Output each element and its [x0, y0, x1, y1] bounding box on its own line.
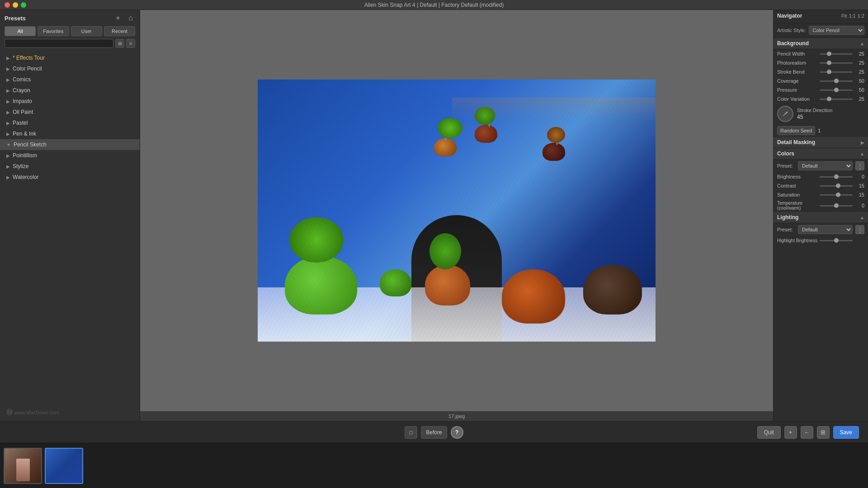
tab-recent[interactable]: Recent	[104, 26, 135, 36]
colors-section-header[interactable]: Colors ▲	[774, 148, 868, 160]
artistic-style-select[interactable]: Color Pencil	[809, 26, 864, 35]
preset-item-pencil-sketch[interactable]: ▼ Pencil Sketch	[0, 139, 140, 150]
preset-item-watercolor[interactable]: ▶ Watercolor	[0, 172, 140, 183]
saturation-row: Saturation 15	[774, 190, 868, 199]
background-arrow: ▲	[860, 41, 864, 46]
tab-all[interactable]: All	[5, 26, 36, 36]
tab-user[interactable]: User	[71, 26, 102, 36]
preset-label: Oil Paint	[13, 109, 33, 115]
bottom-toolbar: □ Before ? Quit + ← ⊞ Save	[0, 421, 868, 443]
preset-item-effects-tour[interactable]: ▶ * Effects Tour	[0, 52, 140, 63]
preset-item-comics[interactable]: ▶ Comics	[0, 74, 140, 85]
home-preset-button[interactable]: ⌂	[126, 14, 135, 23]
filename-bar: 17.jpeg	[140, 411, 773, 421]
pressure-slider[interactable]	[820, 89, 853, 91]
preview-square-button[interactable]: □	[405, 426, 417, 439]
arrow-left-button[interactable]: ←	[801, 426, 813, 439]
add-preset-button[interactable]: +	[113, 14, 123, 23]
temperature-value: 0	[854, 203, 864, 208]
tab-favorites[interactable]: Favorites	[38, 26, 69, 36]
plant-green-left	[289, 217, 344, 263]
stroke-bend-slider[interactable]	[820, 71, 853, 73]
preset-item-pen-ink[interactable]: ▶ Pen & Ink	[0, 128, 140, 139]
colors-preset-select[interactable]: Default	[798, 161, 853, 170]
colors-preset-menu-button[interactable]: ⋮	[855, 161, 864, 170]
right-panel: Navigator Fit 1:1 1:2 Artistic Style: Co…	[773, 10, 868, 421]
pressure-row: Pressure 50	[774, 85, 868, 94]
background-section-header[interactable]: Background ▲	[774, 38, 868, 49]
pot-dark-right	[583, 265, 642, 314]
contrast-slider[interactable]	[820, 185, 853, 187]
artistic-style-label: Artistic Style:	[777, 28, 806, 33]
stroke-direction-value: 45	[797, 114, 832, 120]
add-button[interactable]: +	[784, 426, 797, 439]
grid-view-button[interactable]: ⊞	[115, 39, 124, 48]
lighting-preset-label: Preset:	[777, 227, 795, 232]
pot-orange-center	[425, 265, 470, 305]
help-button[interactable]: ?	[451, 426, 463, 439]
hanging-pot-2	[475, 125, 497, 143]
random-seed-row: Random Seed 1	[774, 124, 868, 137]
preset-item-stylize[interactable]: ▶ Stylize	[0, 161, 140, 172]
detail-masking-arrow: ▶	[861, 140, 864, 145]
coverage-slider[interactable]	[820, 80, 853, 82]
preset-item-color-pencil[interactable]: ▶ Color Pencil	[0, 63, 140, 74]
color-variation-value: 25	[854, 96, 864, 102]
lighting-preset-menu-button[interactable]: ⋮	[855, 225, 864, 234]
preset-label: * Effects Tour	[13, 55, 45, 61]
lighting-section-header[interactable]: Lighting ▲	[774, 212, 868, 223]
saturation-label: Saturation	[777, 192, 818, 197]
presets-title: Presets	[5, 15, 110, 22]
photorealism-value: 25	[854, 60, 864, 66]
quit-button[interactable]: Quit	[757, 426, 781, 439]
pencil-width-slider[interactable]	[820, 53, 853, 55]
stroke-bend-label: Stroke Bend	[777, 69, 818, 75]
preset-label: Pastel	[13, 120, 28, 126]
contrast-row: Contrast 15	[774, 181, 868, 190]
color-variation-slider[interactable]	[820, 99, 853, 100]
fit-label: Fit	[841, 13, 847, 19]
hanging-pot-3	[542, 143, 565, 161]
save-button[interactable]: Save	[833, 426, 859, 439]
stroke-direction-compass[interactable]	[777, 106, 793, 122]
preset-item-impasto[interactable]: ▶ Impasto	[0, 96, 140, 107]
preset-label: Impasto	[13, 98, 32, 104]
lighting-preset-select[interactable]: Default	[798, 225, 853, 234]
preset-item-crayon[interactable]: ▶ Crayon	[0, 85, 140, 96]
lighting-preset-row: Preset: Default ⋮	[774, 223, 868, 236]
plant-green-center	[429, 233, 461, 269]
temperature-row: Temperature (cool/warm) 0	[774, 199, 868, 212]
thumbnail-1[interactable]	[4, 448, 42, 484]
preset-label: Pencil Sketch	[14, 141, 47, 148]
hanging-pot-1	[434, 138, 457, 156]
filter-tabs: All Favorites User Recent	[0, 26, 140, 39]
saturation-slider[interactable]	[820, 194, 853, 196]
before-button[interactable]: Before	[421, 426, 447, 439]
list-view-button[interactable]: ≡	[126, 39, 135, 48]
close-button[interactable]	[5, 2, 10, 8]
pencil-width-value: 25	[854, 51, 864, 56]
detail-masking-header[interactable]: Detail Masking ▶	[774, 137, 868, 148]
canvas-wrapper[interactable]	[140, 10, 773, 411]
temperature-slider[interactable]	[820, 205, 853, 206]
colors-arrow: ▲	[860, 151, 864, 156]
grid-button[interactable]: ⊞	[817, 426, 830, 439]
maximize-button[interactable]	[21, 2, 26, 8]
random-seed-button[interactable]: Random Seed	[777, 126, 815, 135]
thumbnail-2[interactable]	[45, 448, 83, 484]
highlight-brightness-label: Highlight Brightness	[777, 238, 818, 243]
brightness-slider[interactable]	[820, 176, 853, 178]
highlight-brightness-slider[interactable]	[820, 240, 853, 241]
navigator-title: Navigator	[777, 13, 802, 19]
preset-item-oil-paint[interactable]: ▶ Oil Paint	[0, 107, 140, 117]
preset-item-pastel[interactable]: ▶ Pastel	[0, 117, 140, 128]
photorealism-slider[interactable]	[820, 62, 853, 64]
zoom-2-label: 1:2	[858, 13, 864, 19]
thumb-image-1	[5, 449, 41, 483]
preset-label: Pen & Ink	[13, 131, 36, 137]
preset-item-pointillism[interactable]: ▶ Pointillism	[0, 150, 140, 161]
brightness-value: 0	[854, 174, 864, 179]
minimize-button[interactable]	[13, 2, 18, 8]
thumbnails	[0, 443, 868, 488]
search-input[interactable]	[5, 39, 113, 48]
